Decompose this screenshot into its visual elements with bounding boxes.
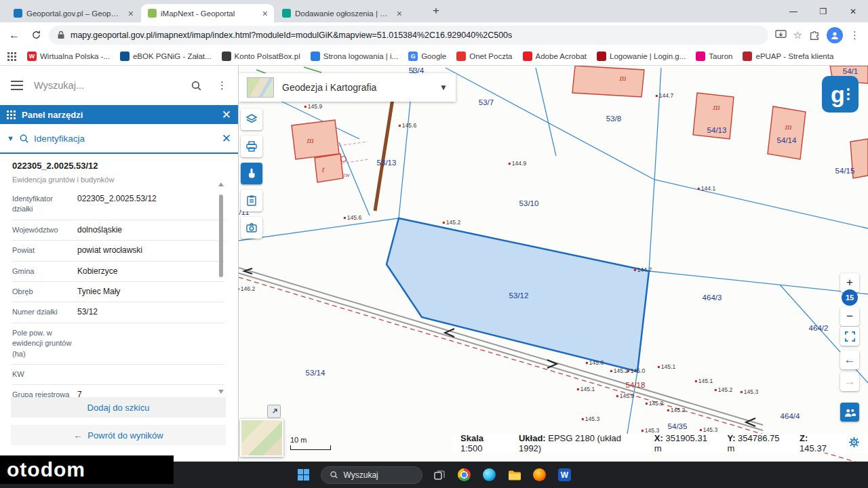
browser-tab[interactable]: iMapNext - Geoportal×: [141, 4, 274, 22]
menu-icon[interactable]: [11, 81, 23, 90]
chevron-down-icon[interactable]: ▼: [7, 134, 14, 142]
profile-avatar[interactable]: [827, 27, 843, 43]
zoom-out-button[interactable]: −: [840, 307, 859, 326]
bookmark-label: Tauron: [709, 52, 732, 60]
tab-close-icon[interactable]: ×: [260, 8, 270, 19]
bookmark-item[interactable]: eBOK PGNiG - Załat...: [120, 52, 212, 61]
bookmark-star-icon[interactable]: ☆: [793, 29, 802, 41]
back-to-results-label: Powrót do wyników: [87, 430, 163, 441]
fullscreen-icon: [845, 331, 855, 342]
bookmark-item[interactable]: Strona logowania | i...: [311, 52, 398, 61]
new-tab-button[interactable]: +: [427, 2, 445, 20]
panel-close-icon[interactable]: ✕: [222, 108, 231, 122]
address-bar[interactable]: mapy.geoportal.gov.pl/imapnext/imap/inde…: [49, 26, 768, 45]
row-label: Numer działki: [12, 307, 77, 317]
edge-taskbar-icon[interactable]: [481, 467, 498, 483]
table-row: KW: [12, 365, 224, 385]
bookmark-item[interactable]: Tauron: [696, 52, 732, 61]
back-icon[interactable]: ←: [5, 26, 23, 44]
bookmark-label: Adobe Acrobat: [536, 52, 587, 60]
bookmark-item[interactable]: Onet Poczta: [456, 52, 512, 61]
status-item: Układ: EPSG 2180 (układ 1992): [519, 433, 642, 453]
scroll-up-icon[interactable]: [218, 182, 224, 186]
bookmark-item[interactable]: Logowanie | Login.g...: [597, 52, 686, 61]
overview-map[interactable]: [240, 419, 283, 457]
chrome-taskbar-icon[interactable]: [456, 467, 473, 483]
bookmark-label: Konto PolsatBox.pl: [235, 52, 300, 60]
tab-close-icon[interactable]: ×: [395, 8, 404, 19]
overview-expand-icon[interactable]: [267, 405, 281, 418]
chevron-down-icon[interactable]: ▼: [439, 83, 448, 92]
panel-header: Panel narzędzi ✕: [0, 105, 238, 124]
panel-menu-icon[interactable]: ⋮: [213, 79, 227, 92]
close-button[interactable]: ✕: [838, 0, 868, 22]
bookmark-label: eBOK PGNiG - Załat...: [133, 52, 212, 60]
url-text: mapy.geoportal.gov.pl/imapnext/imap/inde…: [71, 30, 512, 40]
share-users-button[interactable]: [840, 403, 859, 422]
panel-scrollbar[interactable]: [218, 182, 224, 394]
identify-button[interactable]: [241, 163, 262, 184]
tab-close-icon[interactable]: ×: [126, 8, 136, 19]
geoportal-logo[interactable]: g: [822, 76, 859, 113]
report-button[interactable]: [241, 190, 262, 211]
scroll-down-icon[interactable]: [218, 390, 224, 394]
fullscreen-button[interactable]: [840, 327, 859, 346]
parcel-id: 022305_2.0025.53/12: [12, 161, 227, 171]
row-label: KW: [12, 369, 77, 380]
table-row: GminaKobierzyce: [12, 262, 224, 282]
logo-dots-icon: [847, 88, 850, 100]
basemap-selector[interactable]: Geodezja i Kartografia ▼: [239, 73, 456, 102]
bookmark-favicon: [523, 52, 532, 61]
install-icon[interactable]: [775, 30, 787, 40]
file-explorer-icon[interactable]: [507, 467, 523, 483]
search-icon[interactable]: [191, 80, 202, 92]
settings-gear-icon[interactable]: [848, 436, 860, 450]
reload-icon[interactable]: [27, 26, 45, 44]
maximize-button[interactable]: ❐: [808, 0, 838, 22]
bookmark-item[interactable]: WWirtualna Polska -...: [27, 52, 110, 61]
browser-tab[interactable]: Dodawanie ogłoszenia | Otod...×: [275, 4, 408, 22]
search-input[interactable]: Wyszukaj...: [34, 80, 180, 91]
panel-title: Panel narzędzi: [22, 110, 83, 120]
tab-favicon: [282, 9, 291, 18]
layers-button[interactable]: [241, 108, 262, 130]
status-key: Układ:: [519, 433, 546, 443]
browser-toolbar: ← mapy.geoportal.gov.pl/imapnext/imap/in…: [0, 22, 868, 47]
table-row: Województwodolnośląskie: [12, 220, 224, 241]
task-view-button[interactable]: [431, 467, 448, 483]
previous-view-button[interactable]: ←: [840, 350, 859, 369]
map-annotation: m: [307, 136, 313, 145]
screenshot-button[interactable]: [241, 217, 262, 239]
print-button[interactable]: [241, 136, 262, 157]
add-to-sketch-button[interactable]: Dodaj do szkicu: [11, 397, 226, 418]
bookmark-item[interactable]: Adobe Acrobat: [523, 52, 587, 61]
next-view-button[interactable]: →: [840, 372, 859, 391]
scale-bar-line: [290, 445, 331, 450]
word-taskbar-icon[interactable]: W: [557, 467, 573, 483]
bookmark-item[interactable]: GGoogle: [408, 52, 446, 61]
basemap-label: Geodezja i Kartografia: [282, 82, 431, 93]
row-value: powiat wrocławski: [77, 245, 224, 256]
row-label: Pole pow. w ewidencji gruntów (ha): [12, 328, 77, 359]
map-canvas[interactable]: 53/453/753/854/154/1354/1454/1553/1353/1…: [239, 66, 868, 462]
add-to-sketch-label: Dodaj do szkicu: [87, 403, 150, 413]
scrollbar-thumb[interactable]: [219, 195, 223, 277]
zoom-level-badge: 15: [842, 289, 858, 306]
row-value: dolnośląskie: [77, 225, 224, 235]
back-to-results-button[interactable]: ← Powrót do wyników: [11, 425, 226, 445]
extensions-icon[interactable]: [809, 30, 820, 41]
person-icon: [830, 30, 840, 40]
taskbar-search[interactable]: Wyszukaj: [321, 466, 422, 484]
layers-icon: [245, 113, 258, 125]
browser-tab[interactable]: Geoportal.gov.pl – Geoportal In...×: [7, 4, 140, 22]
start-button[interactable]: [296, 467, 312, 483]
apps-grid-icon[interactable]: [7, 52, 17, 62]
bookmark-item[interactable]: ePUAP - Strefa klienta: [743, 52, 833, 61]
firefox-taskbar-icon[interactable]: [532, 467, 548, 483]
row-label: Obręb: [12, 287, 77, 297]
tool-close-icon[interactable]: ✕: [222, 131, 231, 146]
minimize-button[interactable]: —: [778, 0, 808, 22]
browser-menu-icon[interactable]: ⋮: [850, 29, 860, 41]
bookmark-item[interactable]: Konto PolsatBox.pl: [222, 52, 300, 61]
table-row: ObrębTyniec Mały: [12, 282, 224, 302]
